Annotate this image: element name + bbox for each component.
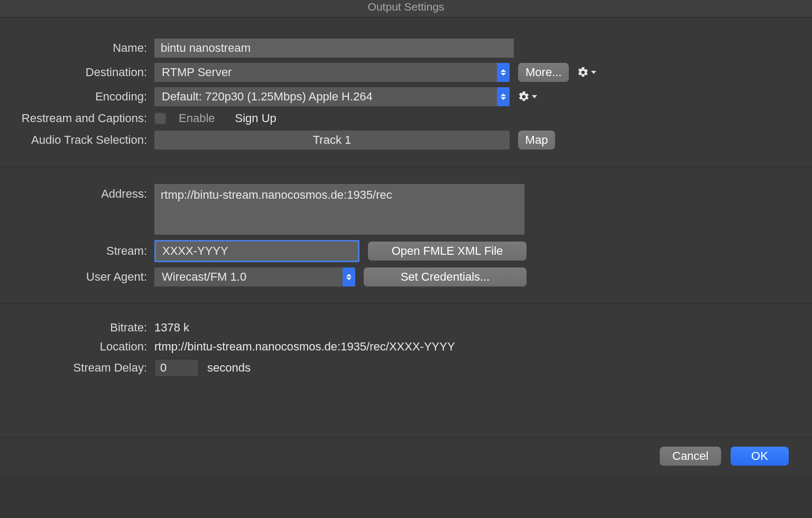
address-textarea[interactable] <box>154 184 524 235</box>
window-title: Output Settings <box>0 0 812 17</box>
caret-down-icon <box>532 95 537 98</box>
encoding-gear-menu[interactable] <box>518 91 537 103</box>
more-button[interactable]: More... <box>518 63 569 82</box>
bitrate-value: 1378 k <box>154 321 189 335</box>
chevron-updown-icon <box>497 63 510 82</box>
location-value: rtmp://bintu-stream.nanocosmos.de:1935/r… <box>154 340 455 354</box>
open-fmle-button[interactable]: Open FMLE XML File <box>368 242 527 261</box>
user-agent-value: Wirecast/FM 1.0 <box>162 270 246 284</box>
label-restream: Restream and Captions: <box>0 112 154 125</box>
ok-button[interactable]: OK <box>731 447 789 466</box>
caret-down-icon <box>591 71 596 74</box>
chevron-updown-icon <box>497 87 510 106</box>
section-connection: Address: Stream: Open FMLE XML File User… <box>0 167 812 304</box>
set-credentials-button[interactable]: Set Credentials... <box>364 267 527 286</box>
map-button[interactable]: Map <box>518 131 555 150</box>
enable-checkbox[interactable] <box>154 113 166 124</box>
section-status: Bitrate: 1378 k Location: rtmp://bintu-s… <box>0 304 812 394</box>
encoding-popup[interactable]: Default: 720p30 (1.25Mbps) Apple H.264 <box>154 87 510 106</box>
stream-input[interactable] <box>154 240 359 262</box>
label-address: Address: <box>0 184 154 201</box>
encoding-value: Default: 720p30 (1.25Mbps) Apple H.264 <box>162 90 373 104</box>
user-agent-popup[interactable]: Wirecast/FM 1.0 <box>154 267 355 286</box>
label-audio-track: Audio Track Selection: <box>0 133 154 147</box>
chevron-updown-icon <box>343 267 355 286</box>
destination-gear-menu[interactable] <box>577 67 596 78</box>
label-location: Location: <box>0 340 154 354</box>
dialog-footer: Cancel OK <box>0 437 812 475</box>
gear-icon <box>518 91 530 103</box>
label-stream-delay: Stream Delay: <box>0 361 154 375</box>
destination-value: RTMP Server <box>162 66 232 79</box>
label-name: Name: <box>0 41 154 55</box>
label-stream: Stream: <box>0 244 154 258</box>
gear-icon <box>577 67 589 78</box>
label-encoding: Encoding: <box>0 90 154 104</box>
stream-delay-input[interactable] <box>154 359 199 377</box>
seconds-label: seconds <box>207 361 251 375</box>
label-destination: Destination: <box>0 66 154 79</box>
enable-label: Enable <box>179 112 215 125</box>
section-general: Name: Destination: RTMP Server More... E… <box>0 17 812 167</box>
name-input[interactable] <box>154 39 514 58</box>
label-bitrate: Bitrate: <box>0 321 154 335</box>
destination-popup[interactable]: RTMP Server <box>154 63 510 82</box>
label-user-agent: User Agent: <box>0 270 154 284</box>
audio-track-value: Track 1 <box>313 133 352 147</box>
cancel-button[interactable]: Cancel <box>660 447 721 466</box>
audio-track-popup[interactable]: Track 1 <box>154 131 510 150</box>
footer-spacer <box>0 475 812 518</box>
sign-up-link[interactable]: Sign Up <box>235 112 276 125</box>
